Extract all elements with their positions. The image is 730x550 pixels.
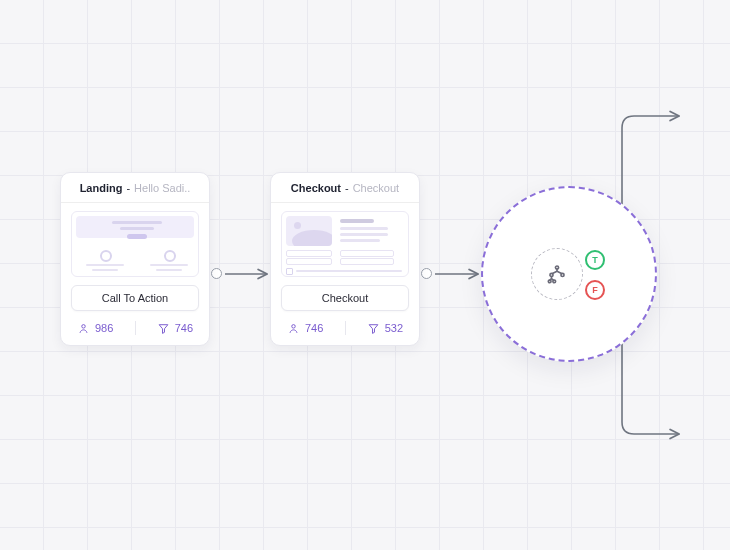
user-icon bbox=[77, 322, 90, 335]
svg-point-3 bbox=[292, 324, 295, 327]
stat-users-value: 746 bbox=[305, 322, 323, 334]
funnel-icon bbox=[157, 322, 170, 335]
node-title-suffix: Checkout bbox=[353, 182, 399, 194]
node-checkout-header: Checkout - Checkout bbox=[271, 173, 419, 203]
user-icon bbox=[287, 322, 300, 335]
node-landing[interactable]: Landing - Hello Sadi.. Call To Action 98… bbox=[60, 172, 210, 346]
badge-true[interactable]: T bbox=[585, 250, 605, 270]
branch-icon bbox=[546, 263, 568, 285]
cta-button[interactable]: Checkout bbox=[281, 285, 409, 311]
badge-false[interactable]: F bbox=[585, 280, 605, 300]
stat-filtered: 746 bbox=[157, 322, 193, 335]
node-landing-header: Landing - Hello Sadi.. bbox=[61, 173, 209, 203]
stat-filtered-value: 746 bbox=[175, 322, 193, 334]
flow-canvas[interactable]: Landing - Hello Sadi.. Call To Action 98… bbox=[0, 0, 730, 550]
stat-divider bbox=[135, 321, 136, 335]
svg-point-2 bbox=[82, 324, 85, 327]
node-title-suffix: Hello Sadi.. bbox=[134, 182, 190, 194]
page-thumbnail bbox=[71, 211, 199, 277]
stat-users: 746 bbox=[287, 322, 323, 335]
stat-users-value: 986 bbox=[95, 322, 113, 334]
node-decision[interactable]: T F bbox=[481, 186, 657, 362]
stat-users: 986 bbox=[77, 322, 113, 335]
node-title-prefix: Landing bbox=[80, 182, 123, 194]
node-checkout[interactable]: Checkout - Checkout Checkout 746 532 bbox=[270, 172, 420, 346]
stat-filtered: 532 bbox=[367, 322, 403, 335]
cta-button[interactable]: Call To Action bbox=[71, 285, 199, 311]
decision-inner-ring bbox=[531, 248, 583, 300]
funnel-icon bbox=[367, 322, 380, 335]
stat-filtered-value: 532 bbox=[385, 322, 403, 334]
port-out-checkout[interactable] bbox=[421, 268, 432, 279]
port-out-landing[interactable] bbox=[211, 268, 222, 279]
page-thumbnail bbox=[281, 211, 409, 277]
node-title-prefix: Checkout bbox=[291, 182, 341, 194]
stat-divider bbox=[345, 321, 346, 335]
